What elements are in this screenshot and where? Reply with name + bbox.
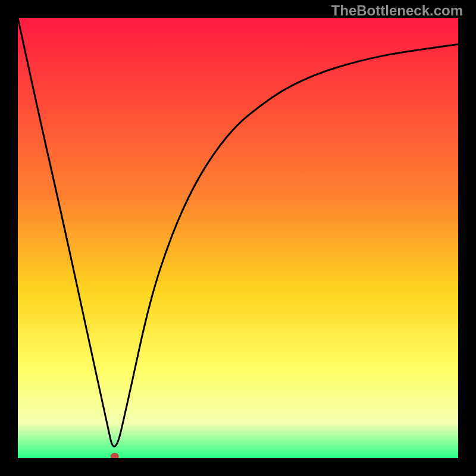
chart-frame: TheBottleneck.com	[0, 0, 476, 476]
chart-svg	[18, 18, 458, 458]
gradient-background	[18, 18, 458, 458]
plot-area	[18, 18, 458, 458]
watermark-label: TheBottleneck.com	[331, 2, 463, 19]
